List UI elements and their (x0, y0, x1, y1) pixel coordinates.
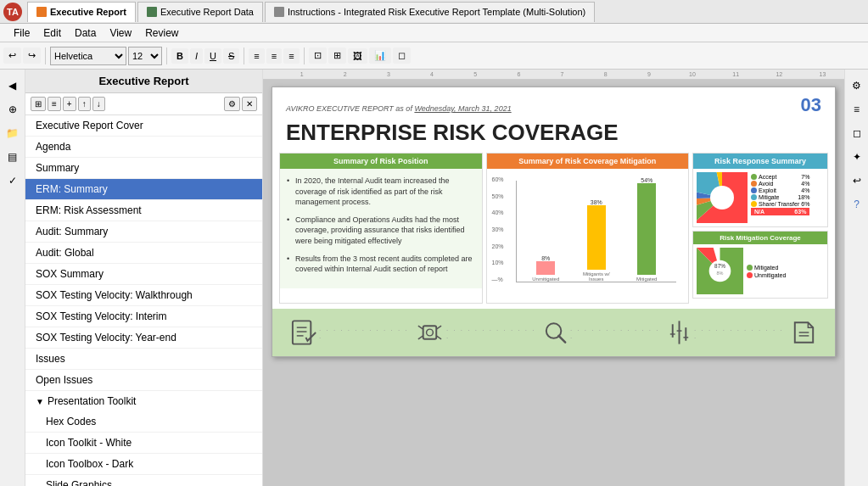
right-icon-1[interactable]: ⚙ (848, 76, 866, 95)
strikethrough-button[interactable]: S (223, 48, 239, 64)
image-button[interactable]: 🖼 (348, 48, 367, 64)
nav-slide-graphics[interactable]: Slide Graphics (25, 475, 262, 486)
nav-sox-walkthrough[interactable]: SOX Testing Velocity: Walkthrough (25, 285, 262, 306)
user-avatar: TA (3, 3, 22, 21)
nav-erm-risk-assessment[interactable]: ERM: Risk Assessment (25, 200, 262, 221)
collapse-sidebar-btn[interactable]: ◀ (3, 76, 22, 95)
footer-icon-4 (664, 317, 694, 348)
sidebar-move-down-btn[interactable]: ↓ (92, 97, 105, 111)
main-layout: ◀ ⊕ 📁 ▤ ✓ Executive Report ⊞ ≡ + ↑ ↓ ⚙ ✕… (0, 70, 868, 486)
tab-executive-report[interactable]: Executive Report (27, 2, 136, 22)
nav-executive-report-cover[interactable]: Executive Report Cover (25, 115, 262, 137)
font-size-select[interactable]: 12 (128, 47, 162, 65)
chart-button[interactable]: 📊 (369, 47, 391, 64)
sidebar-toolbar: ⊞ ≡ + ↑ ↓ ⚙ ✕ (25, 93, 262, 115)
font-family-select[interactable]: Helvetica (50, 47, 126, 65)
section-arrow: ▼ (36, 397, 44, 406)
footer-icon-2 (413, 317, 446, 348)
nav-hex-codes[interactable]: Hex Codes (25, 411, 262, 433)
pie-chart-area: Accept 7% Avoid 4% Exp (693, 169, 827, 226)
folder-icon[interactable]: 📁 (3, 124, 22, 142)
menu-view[interactable]: View (103, 25, 138, 41)
menu-review[interactable]: Review (138, 25, 185, 41)
redo-button[interactable]: ↪ (23, 47, 41, 64)
legend-unmitigated-cov: Unmitigated (747, 272, 786, 278)
right-icon-4[interactable]: ✦ (848, 148, 866, 166)
sidebar-nav: Executive Report Cover Agenda Summary ER… (25, 115, 262, 486)
legend-dot-unmitigated-cov (747, 272, 753, 278)
layers-icon[interactable]: ▤ (3, 148, 22, 166)
sidebar-grid-btn[interactable]: ⊞ (31, 97, 46, 111)
right-icon-2[interactable]: ≡ (848, 100, 866, 119)
tab-executive-report-data[interactable]: Executive Report Data (137, 2, 263, 22)
tab-icon-gray (274, 7, 284, 17)
tab-instructions[interactable]: Instructions - Integrated Risk Executive… (265, 2, 595, 22)
legend-share: Share/ Transfer 6% (751, 201, 809, 207)
slide-body: Summary of Risk Position In 2020, the In… (272, 153, 835, 309)
coverage-section: Risk Mitigation Coverage 87% 8% (692, 231, 828, 299)
align-left-button[interactable]: ≡ (249, 48, 264, 64)
bar-chart: 60% 50% 40% 30% 20% 10% —% (487, 169, 689, 303)
bold-button[interactable]: B (171, 48, 188, 64)
sidebar-list-btn[interactable]: ≡ (48, 97, 61, 111)
slide-number: 03 (801, 94, 821, 116)
nav-icon-toolbox-dark[interactable]: Icon Toolbox - Dark (25, 454, 262, 475)
pie-legend: Accept 7% Avoid 4% Exp (751, 172, 809, 223)
nav-summary[interactable]: Summary (25, 158, 262, 179)
nav-issues[interactable]: Issues (25, 349, 262, 370)
nav-icon-toolkit-white[interactable]: Icon Toolkit - White (25, 433, 262, 454)
right-icon-3[interactable]: ◻ (848, 124, 866, 142)
nav-audit-global[interactable]: Audit: Global (25, 243, 262, 264)
bar-mitigants-bar (587, 205, 606, 270)
nav-erm-summary[interactable]: ERM: Summary (25, 179, 262, 200)
naa-label: N/A (754, 209, 764, 215)
panel2-header: Summary of Risk Coverage Mitigation (487, 154, 689, 169)
sidebar-settings-btn[interactable]: ⚙ (224, 97, 240, 111)
menu-edit[interactable]: Edit (36, 25, 68, 41)
nav-agenda[interactable]: Agenda (25, 137, 262, 158)
separator (45, 47, 46, 64)
menu-data[interactable]: Data (68, 25, 103, 41)
bar-mitigated-value: 54% (641, 177, 652, 183)
pie-chart-svg (697, 172, 748, 223)
bullet-panel: In 2020, the Internal Audit team increas… (280, 169, 482, 288)
nav-sox-interim[interactable]: SOX Testing Velocity: Interim (25, 306, 262, 327)
sidebar-move-up-btn[interactable]: ↑ (78, 97, 91, 111)
svg-point-17 (427, 329, 434, 336)
align-center-button[interactable]: ≡ (266, 48, 282, 64)
check-icon[interactable]: ✓ (3, 171, 22, 190)
svg-text:8%: 8% (717, 271, 724, 276)
nav-sox-yearend[interactable]: SOX Testing Velocity: Year-end (25, 327, 262, 349)
sidebar-add-btn[interactable]: + (63, 97, 76, 111)
shape-button[interactable]: ◻ (393, 47, 411, 64)
italic-button[interactable]: I (190, 48, 203, 64)
naa-pct: 63% (794, 209, 806, 215)
slide-title: ENTERPRISE RISK COVERAGE (272, 120, 835, 153)
table-button[interactable]: ⊞ (328, 47, 346, 64)
right-icon-6[interactable]: ? (848, 195, 866, 214)
coverage-chart-area: 87% 8% Mitigated Unmitigated (693, 244, 827, 298)
nav-sox-summary[interactable]: SOX Summary (25, 264, 262, 285)
legend-dot-exploit (751, 187, 757, 193)
bar-unmitigated-bar (536, 261, 555, 275)
content-area: 12345678910111213 AVIKRO EXECUTIVE REPOR… (263, 70, 844, 486)
svg-text:87%: 87% (714, 263, 725, 269)
legend-accept: Accept 7% (751, 174, 809, 180)
undo-button[interactable]: ↩ (3, 47, 21, 64)
menu-file[interactable]: File (7, 25, 36, 41)
textbox-button[interactable]: ⊡ (309, 47, 327, 64)
bullet-item-1: In 2020, the Internal Audit team increas… (287, 176, 475, 208)
nav-open-issues[interactable]: Open Issues (25, 370, 262, 391)
bullet-item-3: Results from the 3 most recent audits co… (287, 254, 475, 275)
nav-presentation-toolkit-section[interactable]: ▼ Presentation Toolkit (25, 391, 262, 411)
slide-header: AVIKRO EXECUTIVE REPORT as of Wednesday,… (272, 87, 835, 120)
coverage-pie-svg: 87% 8% (697, 248, 743, 294)
underline-button[interactable]: U (204, 48, 221, 64)
nav-audit-summary[interactable]: Audit: Summary (25, 221, 262, 243)
navigate-icon[interactable]: ⊕ (3, 100, 22, 119)
right-icon-5[interactable]: ↩ (848, 171, 866, 190)
align-right-button[interactable]: ≡ (283, 48, 299, 64)
sidebar-close-btn[interactable]: ✕ (242, 97, 257, 111)
bar-mitigated-bar (637, 183, 656, 275)
panel-risk-coverage: Summary of Risk Coverage Mitigation 60% … (486, 153, 690, 304)
